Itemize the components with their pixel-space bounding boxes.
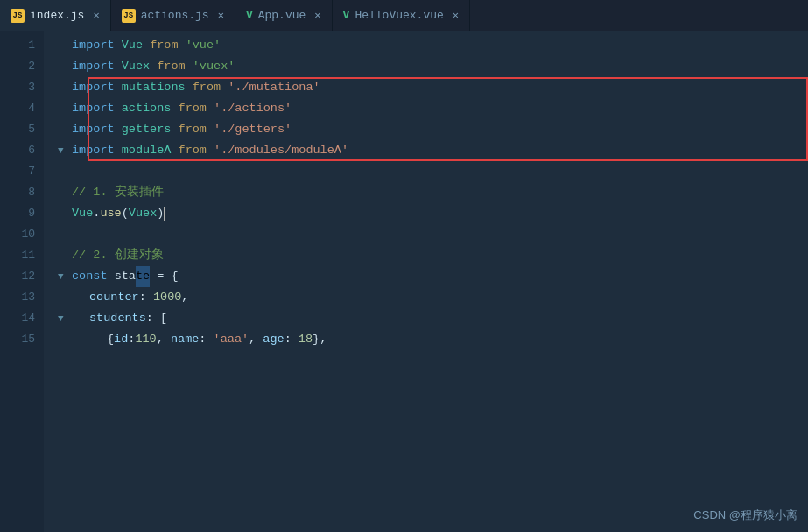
tab-close-icon[interactable]: ✕	[218, 10, 224, 21]
ident-state: sta	[115, 266, 136, 287]
code-line-14: ▼ students: [	[44, 308, 808, 329]
fold-arrow-3	[58, 77, 68, 98]
tab-index-js[interactable]: JS index.js ✕	[0, 0, 111, 31]
kw-import: import	[72, 35, 115, 56]
kw-from3: from	[193, 77, 221, 98]
kw-import6: import	[72, 140, 115, 161]
fold-arrow-8	[58, 182, 68, 203]
tab-hellovuex-vue[interactable]: V HelloVuex.vue ✕	[333, 0, 470, 31]
kw-from2: from	[157, 56, 185, 77]
vue-icon: V	[343, 9, 350, 22]
gutter-line-14: 14	[0, 308, 35, 329]
code-area[interactable]: import Vue from 'vue' import Vuex from '…	[44, 32, 808, 532]
ident-getters: getters	[122, 119, 172, 140]
str-vuex: 'vuex'	[193, 56, 235, 77]
key-students: students	[89, 308, 146, 329]
brace-open2: {	[107, 329, 114, 350]
tab-label: actions.js	[141, 9, 209, 22]
dot1: .	[93, 203, 100, 224]
comma1: ,	[181, 287, 188, 308]
comma2: ,	[157, 329, 164, 350]
gutter-line-4: 4	[0, 98, 35, 119]
tab-actions-js[interactable]: JS actions.js ✕	[111, 0, 235, 31]
kw-import2: import	[72, 56, 115, 77]
colon5: :	[285, 329, 292, 350]
code-line-12: ▼ const state = {	[44, 266, 808, 287]
num-1000: 1000	[153, 287, 181, 308]
ident-Vuex: Vuex	[122, 56, 150, 77]
key-id: id	[114, 329, 128, 350]
tab-label: index.js	[30, 9, 84, 22]
fold-arrow-7	[58, 161, 68, 182]
tab-close-icon[interactable]: ✕	[314, 10, 320, 21]
js-icon: JS	[11, 9, 25, 23]
colon3: :	[128, 329, 135, 350]
colon4: :	[199, 329, 206, 350]
fold-arrow-6: ▼	[58, 140, 68, 161]
fold-arrow-14: ▼	[58, 308, 68, 329]
num-18: 18	[299, 329, 313, 350]
gutter-line-8: 8	[0, 182, 35, 203]
code-line-3: import mutations from './mutationa'	[44, 77, 808, 98]
paren2: )	[157, 203, 164, 224]
colon2: :	[146, 308, 153, 329]
kw-import4: import	[72, 98, 115, 119]
fold-arrow-1	[58, 35, 68, 56]
tab-app-vue[interactable]: V App.vue ✕	[235, 0, 333, 31]
fold-arrow-13	[58, 287, 68, 308]
str-vue: 'vue'	[186, 35, 221, 56]
str-aaa: 'aaa'	[214, 329, 249, 350]
kw-from6: from	[179, 140, 207, 161]
comment-1: // 1. 安装插件	[72, 182, 164, 203]
tab-close-icon[interactable]: ✕	[453, 10, 459, 21]
key-counter: counter	[89, 287, 139, 308]
code-line-4: import actions from './actions'	[44, 98, 808, 119]
code-line-6: ▼ import moduleA from './modules/moduleA…	[44, 140, 808, 161]
ident-mutations: mutations	[122, 77, 186, 98]
fold-arrow-15	[58, 329, 68, 350]
text-cursor	[164, 206, 165, 220]
gutter-line-15: 15	[0, 329, 35, 350]
fn-use: use	[100, 203, 121, 224]
code-line-13: counter: 1000,	[44, 287, 808, 308]
code-line-5: import getters from './getters'	[44, 119, 808, 140]
key-age: age	[263, 329, 284, 350]
brace-close2: },	[313, 329, 327, 350]
code-line-11: // 2. 创建对象	[44, 245, 808, 266]
code-line-15: {id:110, name: 'aaa', age: 18},	[44, 329, 808, 350]
code-line-7	[44, 161, 808, 182]
fold-arrow-5	[58, 119, 68, 140]
code-line-8: // 1. 安装插件	[44, 182, 808, 203]
fold-arrow-4	[58, 98, 68, 119]
kw-const: const	[72, 266, 108, 287]
comma3: ,	[249, 329, 256, 350]
comment-2: // 2. 创建对象	[72, 245, 164, 266]
editor: 1 2 3 4 5 6 7 8 9 10 11 12 13 14 15 impo…	[0, 32, 808, 532]
gutter-line-10: 10	[0, 224, 35, 245]
ident-Vue2: Vue	[72, 203, 93, 224]
fold-arrow-11	[58, 245, 68, 266]
kw-from4: from	[179, 98, 207, 119]
ident-Vuex2: Vuex	[129, 203, 157, 224]
code-line-10	[44, 224, 808, 245]
gutter-line-13: 13	[0, 287, 35, 308]
str-mutations: './mutationa'	[228, 77, 320, 98]
code-line-9: Vue.use(Vuex)	[44, 203, 808, 224]
vue-icon: V	[246, 9, 253, 22]
code-line-1: import Vue from 'vue'	[44, 35, 808, 56]
str-getters: './getters'	[214, 119, 292, 140]
tab-close-icon[interactable]: ✕	[93, 10, 99, 21]
brace-open: {	[171, 266, 178, 287]
gutter-line-5: 5	[0, 119, 35, 140]
fold-arrow-9	[58, 203, 68, 224]
eq-sign: =	[157, 266, 164, 287]
fold-arrow-2	[58, 56, 68, 77]
kw-import5: import	[72, 119, 115, 140]
gutter-line-9: 9	[0, 203, 35, 224]
bracket-open: [	[160, 308, 167, 329]
colon1: :	[139, 287, 146, 308]
str-moduleA: './modules/moduleA'	[214, 140, 348, 161]
gutter-line-1: 1	[0, 35, 35, 56]
js-icon: JS	[122, 9, 136, 23]
paren1: (	[122, 203, 129, 224]
